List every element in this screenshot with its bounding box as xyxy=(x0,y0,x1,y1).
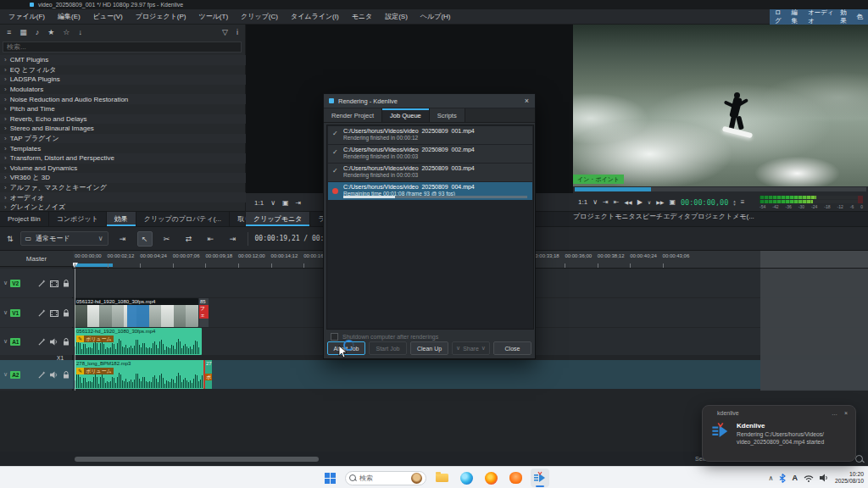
video-effects-icon[interactable]: ▦ xyxy=(19,28,27,36)
track-header-a1[interactable]: ∨A1 xyxy=(0,328,73,355)
clip-a2[interactable]: 278_long_BPM182.mp3 ✎ボリューム xyxy=(75,360,205,389)
play-icon[interactable]: ▶ xyxy=(637,198,643,206)
all-effects-icon[interactable]: ≡ xyxy=(7,28,11,36)
audio-effects-icon[interactable]: ♪ xyxy=(36,28,40,36)
dialog-close-icon[interactable]: × xyxy=(519,97,535,105)
expander-icon[interactable]: › xyxy=(4,135,7,142)
project-monitor-tab[interactable]: プロジェクトモニタ xyxy=(573,212,636,226)
effects-category-row[interactable]: ›TAP プラグイン xyxy=(0,134,246,144)
expander-icon[interactable]: › xyxy=(4,145,7,152)
track-badge[interactable]: A1 xyxy=(10,338,20,346)
proj-zoom-dropdown-icon[interactable]: ∨ xyxy=(593,198,598,206)
effects-category-row[interactable]: ›Stereo and Binaural Images xyxy=(0,124,246,134)
expander-icon[interactable]: › xyxy=(4,115,7,123)
expander-icon[interactable]: › xyxy=(4,56,7,64)
favorite-effects-icon[interactable]: ☆ xyxy=(63,28,70,36)
track-effects-icon[interactable] xyxy=(38,275,46,291)
edit-mode-select[interactable]: ▭ 通常モード ∨ xyxy=(20,231,108,246)
effects-category-row[interactable]: ›CMT Plugins xyxy=(0,55,246,65)
shutdown-checkbox[interactable] xyxy=(331,333,338,341)
menu-item[interactable]: クリップ(C) xyxy=(241,12,278,21)
track-badge[interactable]: A2 xyxy=(10,371,20,379)
expander-icon[interactable]: › xyxy=(4,164,7,172)
monitor-timecode[interactable]: 00:00:00,00 xyxy=(681,198,728,207)
lock-track-icon[interactable] xyxy=(63,275,70,291)
effects-category-row[interactable]: ›Volume and Dynamics xyxy=(0,164,246,174)
share-button[interactable]: ∨Share∨ xyxy=(452,341,490,355)
lock-track-icon[interactable] xyxy=(63,367,70,382)
taskbar-search[interactable]: 検索 xyxy=(345,471,426,485)
clip-a2-next[interactable]: 27 ボ xyxy=(205,360,212,389)
dialog-titlebar[interactable]: Rendering - Kdenlive × xyxy=(324,94,535,108)
workspace-item[interactable]: 効果 xyxy=(840,8,850,25)
expander-icon[interactable]: › xyxy=(4,105,7,113)
project-monitor-tab[interactable]: スピーチエディタ xyxy=(636,212,691,226)
dialog-tab[interactable]: Render Project xyxy=(324,108,382,122)
job-item[interactable]: ✓C:/Users/horus/Videos/video_20250809_00… xyxy=(328,164,532,181)
expander-icon[interactable]: › xyxy=(4,203,7,211)
start-button[interactable] xyxy=(320,469,339,487)
dock-tab[interactable]: 効果 xyxy=(107,212,136,226)
effects-category-row[interactable]: ›オーディオ xyxy=(0,192,246,202)
clip-monitor-tab[interactable]: クリップモニタ xyxy=(246,212,310,226)
clip-zoom-level[interactable]: 1:1 xyxy=(254,199,264,207)
loop-zone-icon[interactable]: ▣ xyxy=(669,198,676,206)
effects-category-row[interactable]: ›Pitch and Time xyxy=(0,104,246,114)
effects-category-row[interactable]: ›EQ とフィルタ xyxy=(0,65,246,75)
close-button[interactable]: Close xyxy=(493,341,531,355)
play-options-icon[interactable]: ∨ xyxy=(648,199,651,205)
razor-tool-button[interactable]: ✂ xyxy=(159,231,175,247)
toast-close-icon[interactable]: × xyxy=(844,410,848,416)
insert-zone-icon[interactable]: ⇥ xyxy=(115,231,131,247)
track-effects-icon[interactable] xyxy=(38,305,46,320)
effects-category-row[interactable]: ›Noise Reduction and Audio Restoration xyxy=(0,94,246,104)
monitor-menu-icon[interactable]: ≡ xyxy=(741,198,745,206)
dock-tab[interactable]: クリップのプロパティ(... xyxy=(136,212,230,226)
workspace-item[interactable]: 色 xyxy=(857,13,864,21)
bluetooth-icon[interactable] xyxy=(779,474,786,483)
workspace-item[interactable]: ログ xyxy=(775,8,786,25)
custom-effects-icon[interactable]: ★ xyxy=(47,28,54,36)
ripple-start-icon[interactable]: ⇤ xyxy=(203,231,219,247)
expander-icon[interactable]: › xyxy=(4,194,7,202)
ime-indicator[interactable]: A xyxy=(792,474,798,482)
start-job-button[interactable]: Start Job xyxy=(369,341,407,355)
edge-pin[interactable] xyxy=(457,469,476,487)
download-effects-icon[interactable]: ↓ xyxy=(78,28,82,36)
menu-item[interactable]: タイムライン(I) xyxy=(291,12,339,21)
track-header-v1[interactable]: ∨V1 xyxy=(0,298,73,327)
media-app-pin[interactable] xyxy=(506,469,525,487)
track-effects-icon[interactable] xyxy=(38,334,46,349)
video-preview[interactable] xyxy=(573,25,868,186)
effects-category-row[interactable]: ›LADSPA Plugins xyxy=(0,75,246,85)
clip-zone-in-icon[interactable]: ⇥ xyxy=(296,199,302,207)
video-track-icon[interactable] xyxy=(50,275,58,291)
dock-tab[interactable]: Project Bin xyxy=(0,212,49,226)
volume-icon[interactable] xyxy=(820,474,829,482)
job-item[interactable]: C:/Users/horus/Videos/video_20250809_004… xyxy=(328,182,532,200)
zoom-in-icon[interactable] xyxy=(855,455,863,463)
expander-icon[interactable]: › xyxy=(4,86,7,93)
expander-icon[interactable]: › xyxy=(4,75,7,83)
timecode-spinner[interactable]: ▴▾ xyxy=(733,199,736,206)
rewind-icon[interactable]: ◀◀ xyxy=(624,199,632,205)
kdenlive-pin[interactable] xyxy=(531,469,549,487)
expander-icon[interactable]: › xyxy=(4,66,7,74)
collapse-track-icon[interactable]: ∨ xyxy=(3,338,8,345)
menu-item[interactable]: ツール(T) xyxy=(198,12,228,21)
effects-search-input[interactable] xyxy=(3,42,242,53)
effects-category-row[interactable]: ›Reverb, Echo and Delays xyxy=(0,114,246,125)
job-item[interactable]: ✓C:/Users/horus/Videos/video_20250809_00… xyxy=(328,126,532,144)
project-monitor-tab[interactable]: プロジェクトメモ(... xyxy=(691,212,754,226)
filter-icon[interactable]: ▽ xyxy=(222,28,228,36)
forward-icon[interactable]: ▶▶ xyxy=(656,199,664,205)
clip-zoom-dropdown-icon[interactable]: ∨ xyxy=(270,199,275,207)
track-a2[interactable]: 278_long_BPM182.mp3 ✎ボリューム 27 ボ xyxy=(73,360,868,389)
menu-item[interactable]: ビュー(V) xyxy=(93,12,123,21)
timeline-hscrollbar[interactable] xyxy=(75,457,319,462)
menu-item[interactable]: プロジェクト(P) xyxy=(136,12,186,21)
expander-icon[interactable]: › xyxy=(4,174,7,181)
track-header-a2[interactable]: ∨A2 xyxy=(0,360,73,389)
zone-out-icon[interactable]: ⇤ xyxy=(614,198,620,206)
expander-icon[interactable]: › xyxy=(4,184,7,191)
